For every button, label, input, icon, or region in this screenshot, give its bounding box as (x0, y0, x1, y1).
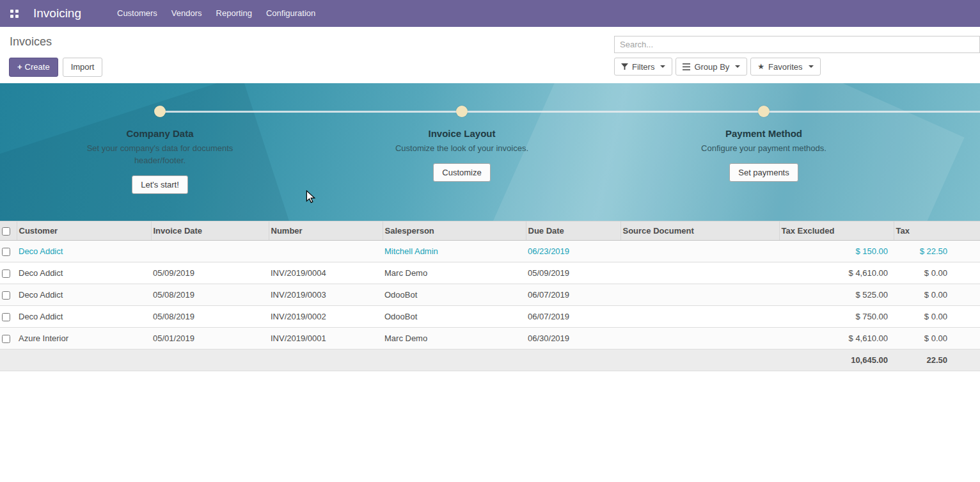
apps-menu-icon[interactable] (6, 5, 22, 22)
chevron-down-icon (735, 65, 740, 68)
cell-customer: Deco Addict (17, 284, 151, 306)
cell-due-date: 06/23/2019 (526, 241, 620, 262)
cell-due-date: 05/09/2019 (526, 262, 620, 284)
cell-number: INV/2019/0004 (269, 262, 383, 284)
column-salesperson[interactable]: Salesperson (383, 221, 526, 241)
app-title[interactable]: Invoicing (33, 6, 81, 20)
table-header-row: Customer Invoice Date Number Salesperson… (0, 221, 980, 241)
menu-vendors[interactable]: Vendors (164, 0, 209, 27)
cell-number: INV/2019/0003 (269, 284, 383, 306)
totals-row: 10,645.00 22.50 (0, 349, 980, 371)
step-dot (154, 106, 166, 117)
cell-invoice-date: 05/08/2019 (151, 306, 269, 328)
chevron-down-icon (809, 65, 814, 68)
cell-tax-excluded: $ 4,610.00 (779, 262, 894, 284)
step-description: Configure your payment methods. (689, 143, 839, 155)
favorites-button-label: Favorites (768, 62, 802, 72)
main-menu: Customers Vendors Reporting Configuratio… (110, 0, 322, 27)
onboarding-step-invoice-layout: Invoice Layout Customize the look of you… (311, 83, 613, 194)
filter-toolbar: Filters Group By ★ Favorites (614, 58, 980, 76)
column-invoice-date[interactable]: Invoice Date (151, 221, 269, 241)
select-all-cell (0, 221, 17, 241)
invoice-row[interactable]: Deco Addict 05/09/2019 INV/2019/0004 Mar… (0, 262, 980, 284)
import-button[interactable]: Import (63, 58, 103, 77)
filters-button[interactable]: Filters (614, 58, 672, 76)
row-select-cell (0, 328, 17, 349)
menu-reporting[interactable]: Reporting (209, 0, 259, 27)
cell-tax: $ 0.00 (894, 262, 980, 284)
invoice-row[interactable]: Deco Addict 05/08/2019 INV/2019/0003 Odo… (0, 284, 980, 306)
favorites-button[interactable]: ★ Favorites (750, 58, 820, 76)
cell-number (269, 241, 383, 262)
cell-source-document (620, 328, 779, 349)
cell-salesperson: OdooBot (383, 306, 526, 328)
cell-tax-excluded: $ 750.00 (779, 306, 894, 328)
cell-salesperson: Mitchell Admin (383, 241, 526, 262)
cell-due-date: 06/07/2019 (526, 284, 620, 306)
step-dot (456, 106, 468, 117)
lets-start-button[interactable]: Let's start! (132, 175, 188, 194)
cell-tax: $ 0.00 (894, 328, 980, 349)
customize-button[interactable]: Customize (433, 163, 490, 182)
filters-button-label: Filters (632, 62, 654, 72)
cell-invoice-date (151, 241, 269, 262)
cell-tax-excluded: $ 4,610.00 (779, 328, 894, 349)
page-title: Invoices (10, 35, 52, 49)
invoice-list: Customer Invoice Date Number Salesperson… (0, 221, 980, 371)
plus-icon: + (17, 62, 22, 72)
chevron-down-icon (660, 65, 665, 68)
create-button-label: Create (25, 62, 50, 72)
row-checkbox[interactable] (2, 248, 10, 256)
step-title: Company Data (9, 128, 311, 139)
row-select-cell (0, 262, 17, 284)
invoice-row[interactable]: Deco Addict 05/08/2019 INV/2019/0002 Odo… (0, 306, 980, 328)
invoice-row[interactable]: Azure Interior 05/01/2019 INV/2019/0001 … (0, 328, 980, 349)
row-select-cell (0, 241, 17, 262)
column-customer[interactable]: Customer (17, 221, 151, 241)
step-title: Invoice Layout (311, 128, 613, 139)
cell-customer: Deco Addict (17, 262, 151, 284)
column-number[interactable]: Number (269, 221, 383, 241)
cell-number: INV/2019/0002 (269, 306, 383, 328)
menu-customers[interactable]: Customers (110, 0, 164, 27)
cell-source-document (620, 306, 779, 328)
totals-empty-cell (0, 349, 17, 371)
cell-invoice-date: 05/09/2019 (151, 262, 269, 284)
cell-due-date: 06/07/2019 (526, 306, 620, 328)
column-tax[interactable]: Tax (894, 221, 980, 241)
grid-icon (10, 10, 19, 18)
select-all-checkbox[interactable] (2, 227, 10, 236)
row-checkbox[interactable] (2, 335, 10, 343)
cell-salesperson: OdooBot (383, 284, 526, 306)
search-input[interactable] (614, 36, 980, 53)
cell-number: INV/2019/0001 (269, 328, 383, 349)
total-tax: 22.50 (894, 349, 980, 371)
top-navbar: Invoicing Customers Vendors Reporting Co… (0, 0, 980, 27)
column-due-date[interactable]: Due Date (526, 221, 620, 241)
onboarding-step-payment-method: Payment Method Configure your payment me… (613, 83, 915, 194)
row-checkbox[interactable] (2, 313, 10, 321)
group-by-button-label: Group By (694, 62, 729, 72)
cell-invoice-date: 05/08/2019 (151, 284, 269, 306)
step-description: Customize the look of your invoices. (387, 143, 537, 155)
create-button[interactable]: +Create (9, 58, 58, 77)
cell-customer: Deco Addict (17, 306, 151, 328)
column-tax-excluded[interactable]: Tax Excluded (779, 221, 894, 241)
column-source-document[interactable]: Source Document (620, 221, 779, 241)
set-payments-button[interactable]: Set payments (729, 163, 798, 182)
cell-source-document (620, 284, 779, 306)
row-select-cell (0, 284, 17, 306)
cell-salesperson: Marc Demo (383, 262, 526, 284)
cell-source-document (620, 262, 779, 284)
invoice-row[interactable]: Deco Addict Mitchell Admin 06/23/2019 $ … (0, 241, 980, 262)
star-icon: ★ (757, 63, 764, 70)
group-by-button[interactable]: Group By (676, 58, 747, 76)
row-checkbox[interactable] (2, 269, 10, 278)
row-checkbox[interactable] (2, 291, 10, 300)
cell-tax: $ 22.50 (894, 241, 980, 262)
action-buttons: +Create Import (9, 58, 102, 77)
cell-tax-excluded: $ 525.00 (779, 284, 894, 306)
cell-due-date: 06/30/2019 (526, 328, 620, 349)
menu-configuration[interactable]: Configuration (259, 0, 322, 27)
cell-tax: $ 0.00 (894, 306, 980, 328)
